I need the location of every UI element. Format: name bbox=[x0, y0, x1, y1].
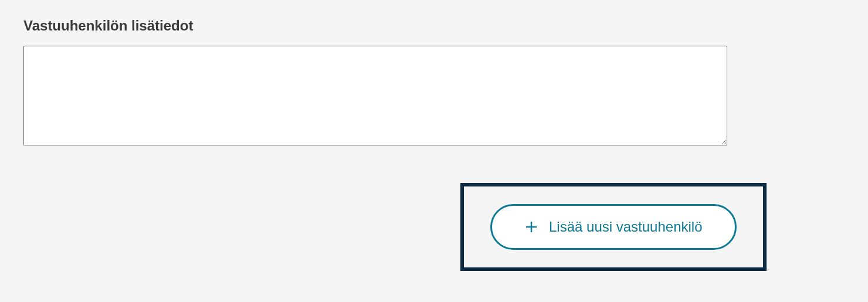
plus-icon bbox=[524, 220, 538, 234]
add-person-button[interactable]: Lisää uusi vastuuhenkilö bbox=[490, 204, 737, 250]
add-person-highlight-frame: Lisää uusi vastuuhenkilö bbox=[460, 183, 767, 271]
add-person-button-label: Lisää uusi vastuuhenkilö bbox=[549, 219, 703, 235]
additional-info-label: Vastuuhenkilön lisätiedot bbox=[23, 18, 845, 34]
additional-info-textarea[interactable] bbox=[23, 46, 727, 145]
